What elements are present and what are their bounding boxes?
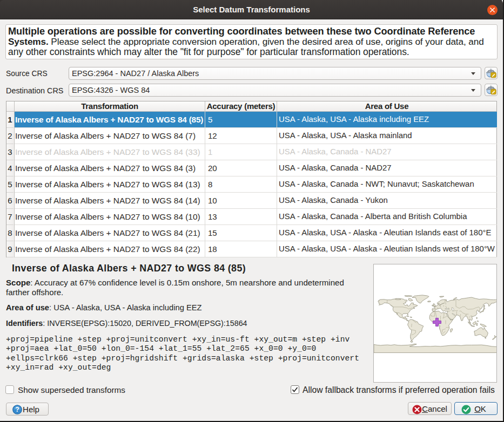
svg-text:?: ?: [15, 406, 19, 413]
